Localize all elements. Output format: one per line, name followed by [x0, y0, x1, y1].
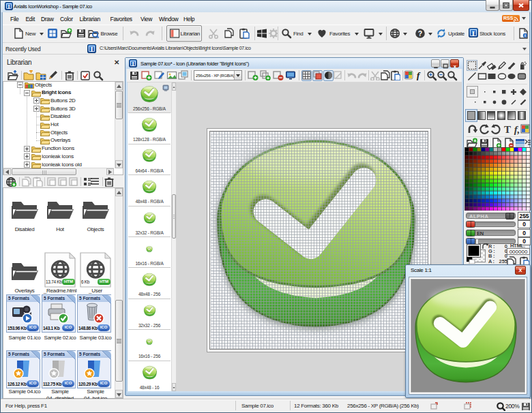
svg-text:f,: f,	[514, 124, 520, 135]
svg-text:?: ?	[418, 29, 422, 37]
svg-text:f: f	[417, 71, 421, 80]
svg-text:T: T	[504, 124, 511, 135]
svg-text:i: i	[524, 33, 526, 37]
